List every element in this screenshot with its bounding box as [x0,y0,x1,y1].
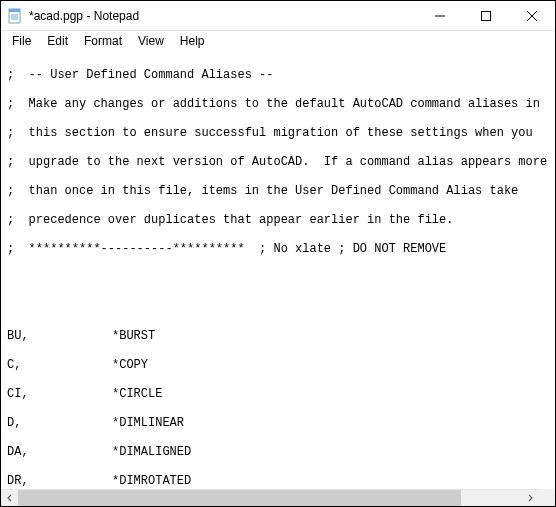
menu-help[interactable]: Help [173,33,212,49]
text-line: ; Make any changes or additions to the d… [7,97,551,112]
scroll-track[interactable] [18,490,521,506]
text-line: ; than once in this file, items in the U… [7,184,551,199]
text-line: ; precedence over duplicates that appear… [7,213,551,228]
minimize-button[interactable] [417,1,463,30]
scroll-left-icon[interactable] [1,490,18,506]
horizontal-scrollbar[interactable] [1,489,538,506]
alias-line: CI,*CIRCLE [7,387,551,402]
notepad-icon [7,8,23,24]
alias-line: C,*COPY [7,358,551,373]
menu-format[interactable]: Format [77,33,129,49]
alias-line: DA,*DIMALIGNED [7,445,551,460]
scroll-right-icon[interactable] [521,490,538,506]
text-editor[interactable]: ; -- User Defined Command Aliases -- ; M… [1,51,555,489]
menu-file[interactable]: File [5,33,38,49]
scroll-thumb[interactable] [18,490,461,506]
menu-bar: File Edit Format View Help [1,31,555,51]
close-button[interactable] [509,1,555,30]
title-bar: *acad.pgp - Notepad [1,1,555,31]
svg-rect-1 [9,9,20,12]
text-line: ; this section to ensure successful migr… [7,126,551,141]
text-line [7,271,551,286]
svg-rect-6 [482,11,491,20]
maximize-button[interactable] [463,1,509,30]
scroll-corner [538,489,555,506]
alias-line: D,*DIMLINEAR [7,416,551,431]
text-line: ; upgrade to the next version of AutoCAD… [7,155,551,170]
text-line [7,300,551,315]
text-line: ; **********----------********** ; No xl… [7,242,551,257]
alias-line: DR,*DIMROTATED [7,474,551,489]
window-controls [417,1,555,30]
text-line: ; -- User Defined Command Aliases -- [7,68,551,83]
window-title: *acad.pgp - Notepad [29,9,417,23]
menu-edit[interactable]: Edit [40,33,75,49]
alias-line: BU,*BURST [7,329,551,344]
menu-view[interactable]: View [131,33,171,49]
